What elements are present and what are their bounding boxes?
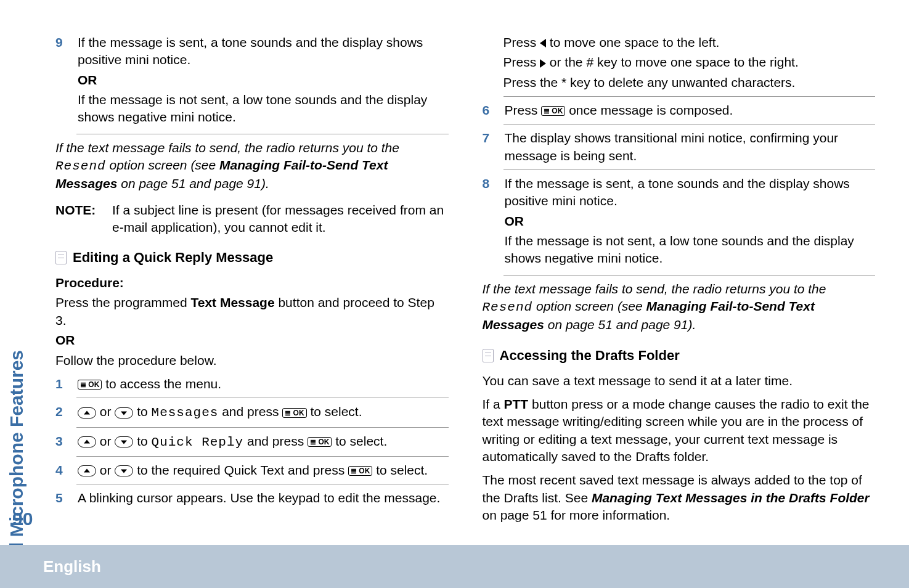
page: Keypad Microphone Features 90 English 9 … bbox=[0, 0, 909, 588]
text: If a bbox=[483, 397, 504, 411]
divider bbox=[76, 456, 449, 457]
divider bbox=[76, 427, 449, 428]
text: to bbox=[133, 404, 151, 419]
text: and press bbox=[218, 404, 282, 419]
down-arrow-icon bbox=[115, 407, 133, 419]
text: Press bbox=[503, 55, 540, 69]
divider bbox=[76, 398, 449, 398]
step-7: 7 The display shows transitional mini no… bbox=[483, 129, 876, 165]
paragraph: If a PTT button press or a mode change c… bbox=[483, 396, 876, 465]
fail-note: If the text message fails to send, the r… bbox=[483, 280, 876, 334]
divider bbox=[503, 124, 876, 125]
text: If the text message fails to send, the r… bbox=[483, 282, 826, 296]
ok-button-icon: ≣ OK bbox=[348, 466, 372, 476]
text: If the text message fails to send, the r… bbox=[55, 141, 399, 155]
procedure-line: Follow the procedure below. bbox=[55, 352, 449, 369]
text: once message is composed. bbox=[565, 103, 733, 117]
step-body: or to Quick Reply and press ≣ OK to sele… bbox=[78, 433, 449, 451]
step-number: 5 bbox=[55, 489, 67, 507]
step-6: 6 Press ≣ OK once message is composed. bbox=[483, 102, 876, 119]
step-body: or to the required Quick Text and press … bbox=[78, 462, 449, 479]
step-body: or to Messages and press ≣ OK to select. bbox=[78, 403, 449, 422]
resend-label: Resend bbox=[483, 300, 533, 314]
text: or bbox=[96, 404, 115, 419]
up-arrow-icon bbox=[78, 436, 96, 447]
text: Text Message bbox=[190, 295, 274, 309]
side-tab: Keypad Microphone Features bbox=[0, 169, 34, 490]
text: or bbox=[96, 434, 115, 448]
document-icon bbox=[55, 251, 67, 264]
text: to access the menu. bbox=[102, 377, 221, 391]
step-number: 4 bbox=[55, 462, 67, 479]
text: on page 51 and page 91). bbox=[544, 317, 696, 332]
text: or bbox=[96, 463, 115, 477]
ok-button-icon: ≣ OK bbox=[78, 380, 102, 390]
heading-text: Accessing the Drafts Folder bbox=[500, 346, 680, 365]
or-label: OR bbox=[55, 332, 449, 349]
ok-button-icon: ≣ OK bbox=[282, 408, 306, 418]
text: to select. bbox=[307, 404, 362, 419]
step-number: 6 bbox=[483, 102, 494, 119]
right-arrow-icon bbox=[540, 59, 546, 68]
or-label: OR bbox=[505, 213, 876, 230]
step-body: The display shows transitional mini noti… bbox=[505, 129, 876, 165]
divider bbox=[503, 169, 876, 170]
step-text: If the message is not sent, a low tone s… bbox=[78, 91, 449, 126]
document-icon bbox=[483, 349, 494, 362]
step-5: 5 A blinking cursor appears. Use the key… bbox=[55, 489, 449, 507]
step-body: If the message is sent, a tone sounds an… bbox=[78, 34, 449, 129]
step-number: 8 bbox=[483, 175, 494, 270]
heading-accessing-drafts: Accessing the Drafts Folder bbox=[483, 346, 876, 365]
text: Press the programmed bbox=[55, 295, 190, 309]
step-body: A blinking cursor appears. Use the keypa… bbox=[78, 489, 449, 507]
divider bbox=[76, 134, 449, 134]
content: 9 If the message is sent, a tone sounds … bbox=[43, 0, 909, 588]
text: or the # key to move one space to the ri… bbox=[546, 55, 799, 69]
page-number: 90 bbox=[12, 508, 33, 529]
ptt-label: PTT bbox=[504, 397, 529, 411]
text: on page 51 for more information. bbox=[483, 508, 671, 522]
step-4: 4 or to the required Quick Text and pres… bbox=[55, 462, 449, 479]
step-number: 9 bbox=[55, 34, 67, 129]
up-arrow-icon bbox=[78, 407, 96, 419]
text: and press bbox=[243, 434, 308, 448]
text: on page 51 and page 91). bbox=[117, 176, 269, 190]
text-line: Press the * key to delete any unwanted c… bbox=[503, 74, 876, 91]
step-9: 9 If the message is sent, a tone sounds … bbox=[55, 34, 449, 129]
left-arrow-icon bbox=[540, 39, 546, 47]
step-body: ≣ OK to access the menu. bbox=[78, 375, 449, 393]
or-label: OR bbox=[78, 71, 449, 89]
paragraph: You can save a text message to send it a… bbox=[483, 372, 876, 390]
step-3: 3 or to Quick Reply and press ≣ OK to se… bbox=[55, 433, 449, 451]
step-text: If the message is sent, a tone sounds an… bbox=[505, 175, 876, 210]
resend-label: Resend bbox=[55, 159, 106, 173]
ok-button-icon: ≣ OK bbox=[541, 106, 565, 116]
left-column: 9 If the message is sent, a tone sounds … bbox=[55, 34, 449, 533]
step-number: 1 bbox=[55, 375, 67, 393]
paragraph: The most recent saved text message is al… bbox=[483, 472, 876, 524]
step-text: If the message is not sent, a low tone s… bbox=[505, 232, 876, 267]
note: NOTE: If a subject line is present (for … bbox=[55, 202, 449, 237]
text: A blinking cursor appears. Use the keypa… bbox=[78, 491, 440, 505]
divider bbox=[503, 96, 876, 97]
step-text: If the message is sent, a tone sounds an… bbox=[78, 34, 449, 69]
text: to select. bbox=[372, 463, 428, 477]
step-body: If the message is sent, a tone sounds an… bbox=[505, 175, 876, 270]
text: to select. bbox=[332, 434, 387, 448]
crossref: Managing Text Messages in the Drafts Fol… bbox=[592, 491, 870, 505]
step-8: 8 If the message is sent, a tone sounds … bbox=[483, 175, 876, 270]
footer-language: English bbox=[43, 557, 101, 576]
down-arrow-icon bbox=[115, 465, 133, 476]
text: to bbox=[133, 434, 151, 448]
text: option screen (see bbox=[106, 158, 219, 172]
step-2: 2 or to Messages and press ≣ OK to selec… bbox=[55, 403, 449, 422]
step-5-continued: Press to move one space to the left. Pre… bbox=[503, 34, 876, 91]
step-number: 2 bbox=[55, 403, 67, 422]
text: to move one space to the left. bbox=[546, 35, 719, 49]
down-arrow-icon bbox=[115, 436, 133, 447]
divider bbox=[76, 484, 449, 484]
text: option screen (see bbox=[532, 299, 646, 313]
step-number: 3 bbox=[55, 433, 67, 451]
menu-item: Quick Reply bbox=[152, 435, 244, 449]
menu-item: Messages bbox=[152, 406, 219, 420]
